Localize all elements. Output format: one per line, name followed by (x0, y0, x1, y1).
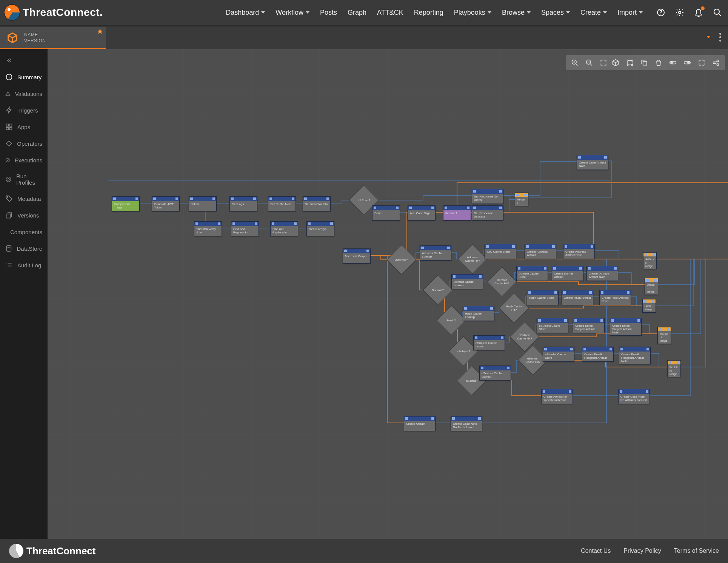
trash-button[interactable] (652, 57, 665, 69)
sidebar-item-validations[interactable]: Validations (0, 85, 48, 102)
sidebar-item-components[interactable]: Components (0, 224, 48, 240)
nav-item-playbooks[interactable]: Playbooks (454, 9, 491, 17)
nav-item-import[interactable]: Import (617, 9, 643, 17)
nav-item-dashboard[interactable]: Dashboard (226, 9, 265, 17)
canvas-node[interactable]: Create Artifact for specific Indicator (541, 389, 573, 404)
canvas-node[interactable]: eSender Cache Lookup (479, 366, 511, 381)
svg-point-1 (660, 14, 661, 15)
nav-item-spaces[interactable]: Spaces (541, 9, 570, 17)
toggle-b-button[interactable] (680, 57, 694, 69)
canvas-node[interactable]: Set Response Success (472, 205, 503, 221)
canvas-node[interactable]: Add Case Tags (408, 205, 436, 221)
canvas-node[interactable]: Find and Replace in (231, 221, 259, 236)
canvas-node[interactable]: Domain Merge (645, 278, 658, 295)
toggle-a-button[interactable] (666, 57, 680, 69)
arrange-button[interactable] (623, 57, 637, 69)
nav-item-att-ck[interactable]: ATT&CK (377, 9, 403, 17)
footer-link-privacy-policy[interactable]: Privacy Policy (623, 548, 661, 554)
canvas-node[interactable]: Recipient Merge (667, 360, 681, 377)
canvas-node[interactable]: Address Cache Lookup (420, 245, 451, 261)
svg-rect-23 (643, 62, 647, 65)
nav-item-reporting[interactable]: Reporting (414, 9, 443, 17)
canvas-node[interactable]: Iterator 1 (443, 205, 471, 221)
canvas-node[interactable]: Create Hash Artifact Note (599, 290, 631, 305)
nav-item-posts[interactable]: Posts (320, 9, 337, 17)
canvas-node[interactable]: Create Hash Artifact (562, 290, 593, 305)
canvas-node[interactable]: Merge 1 (515, 193, 528, 206)
canvas-node[interactable]: Domain Cache Lookup (451, 274, 483, 289)
zoom-in-button[interactable] (568, 57, 582, 69)
canvas-node[interactable]: Create Email Recipient Artifact Note (619, 347, 651, 364)
canvas-node[interactable]: Create Email Subject Artifact (573, 318, 605, 333)
sidebar-item-audit-log[interactable]: Audit Log (0, 257, 48, 273)
canvas-node[interactable]: Component Trigger (112, 196, 140, 211)
chevron-down-icon (639, 11, 643, 14)
canvas-node[interactable]: Create Artifact (404, 416, 436, 431)
sidebar-item-metadata[interactable]: Metadata (0, 190, 48, 207)
node-header (451, 416, 482, 421)
nav-item-browse[interactable]: Browse (502, 9, 531, 17)
canvas-node[interactable]: Get Logs (229, 196, 257, 211)
canvas-node[interactable]: Find and Replace in (270, 221, 298, 236)
brand-logo[interactable]: ThreatConnect (4, 4, 103, 21)
canvas-node[interactable]: Microsoft Graph (343, 248, 371, 264)
canvas-node[interactable]: create arrays (306, 221, 334, 236)
sidebar-item-versions[interactable]: Versions (0, 207, 48, 224)
cube-button[interactable] (609, 57, 622, 69)
sidebar-item-apps[interactable]: Apps (0, 119, 48, 135)
expand-button[interactable] (695, 57, 708, 69)
canvas-node[interactable]: Create Domain Artifact (552, 266, 583, 281)
footer-logo[interactable]: ThreatConnect (9, 544, 95, 558)
sidebar-item-triggers[interactable]: Triggers (0, 102, 48, 119)
canvas-node[interactable]: Generate JWT Token (152, 196, 180, 211)
canvas-node[interactable]: Create Address Artifact (525, 244, 556, 259)
canvas-node[interactable]: eSender Cache Store (543, 347, 574, 362)
canvas-node[interactable]: Create Case Note - No Artifacts created (618, 389, 650, 404)
canvas-node[interactable]: Create Case Artifact Note (577, 155, 608, 170)
sidebar-item-run-profiles[interactable]: Run Profiles (0, 168, 48, 190)
chevron-down-icon[interactable] (706, 36, 710, 38)
nav-item-graph[interactable]: Graph (348, 9, 366, 17)
nav-item-create[interactable]: Create (580, 9, 607, 17)
canvas-node[interactable]: eSubject Merge (657, 327, 671, 344)
canvas-node[interactable]: ThreatSeverity Join (194, 221, 222, 236)
sidebar-item-operators[interactable]: Operators (0, 135, 48, 152)
pin-icon[interactable] (97, 29, 103, 34)
zoom-out-button[interactable] (582, 57, 596, 69)
canvas-node[interactable]: Hash Merge (642, 299, 656, 313)
canvas-node[interactable]: Create Email Subject Artifact Note (610, 318, 642, 336)
help-icon[interactable] (656, 7, 666, 18)
canvas-node[interactable]: Set Cache Next (268, 196, 296, 211)
sidebar-item-executions[interactable]: Executions (0, 152, 48, 168)
canvas-node[interactable]: Hash Cache Lookup (463, 306, 494, 321)
kebab-menu-icon[interactable] (719, 33, 721, 42)
sidebar-collapse-button[interactable] (0, 54, 48, 66)
settings-icon[interactable] (674, 7, 685, 18)
canvas-node[interactable]: Create Email Recipient Artifact (582, 347, 614, 362)
canvas-node[interactable]: Token (189, 196, 217, 211)
canvas-node[interactable]: Address Merge (643, 252, 657, 269)
footer-link-terms-of-service[interactable]: Terms of Service (674, 548, 719, 554)
canvas-node[interactable]: Set Indicator Info (303, 196, 331, 211)
canvas-node[interactable]: eSubject Cache Store (537, 318, 568, 333)
nav-item-workflow[interactable]: Workflow (276, 9, 309, 17)
canvas-node[interactable]: Create Address Artifact Note (563, 244, 595, 259)
sidebar-item-summary[interactable]: Summary (0, 69, 48, 85)
canvas[interactable]: Component TriggerGenerate JWT TokenToken… (48, 49, 728, 539)
canvas-node[interactable]: Hash Cache Store (527, 290, 559, 305)
canvas-node[interactable]: Domain Cache Store (516, 266, 548, 281)
copy-button[interactable] (637, 57, 651, 69)
canvas-node[interactable]: Create Case Note No Alerts found (451, 416, 482, 431)
canvas-node[interactable]: IOC Cache Store (485, 244, 516, 259)
canvas-node[interactable]: Send (372, 205, 400, 221)
node-label: Component Trigger (112, 201, 139, 211)
canvas-node[interactable]: Set Response No Alerts (472, 189, 503, 204)
canvas-node[interactable]: eSubject Cache Lookup (473, 335, 505, 350)
sidebar-item-datastore[interactable]: DataStore (0, 240, 48, 257)
search-icon[interactable] (712, 7, 723, 18)
playbook-tab[interactable]: NAME VERSION (0, 27, 106, 49)
link-button[interactable] (709, 57, 723, 69)
footer-link-contact-us[interactable]: Contact Us (581, 548, 611, 554)
notifications-icon[interactable] (693, 7, 704, 18)
canvas-node[interactable]: Create Domain Artifact Note (586, 266, 618, 281)
